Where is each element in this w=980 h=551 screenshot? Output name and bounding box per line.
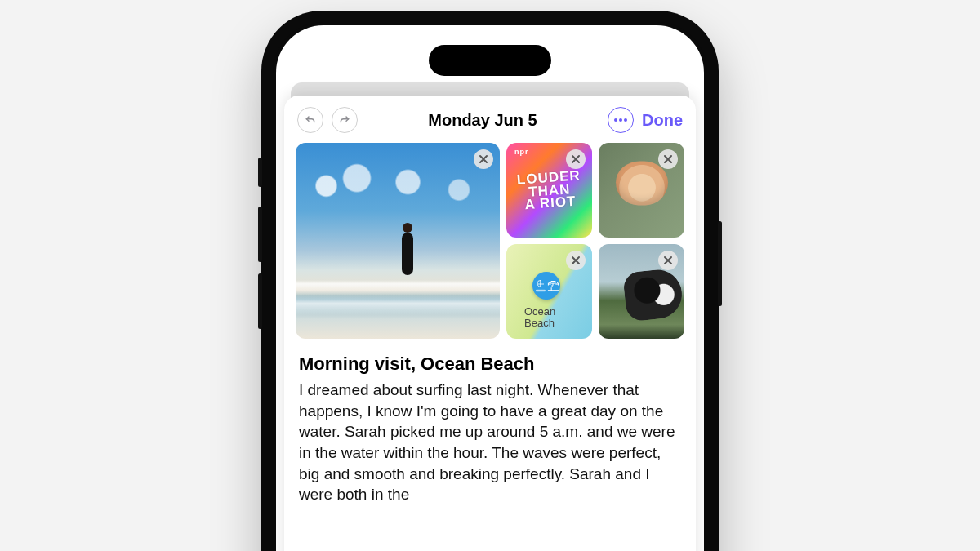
attachments-grid: npr LOUDER THAN A RIOT	[284, 143, 696, 339]
battery-icon	[647, 54, 671, 65]
screen: 9:41 Monday	[276, 25, 704, 551]
status-bar: 9:41	[276, 43, 704, 76]
cellular-icon	[603, 53, 621, 66]
phone-frame: 9:41 Monday	[261, 11, 719, 551]
podcast-title: LOUDER THAN A RIOT	[516, 169, 582, 211]
remove-attachment-button[interactable]	[566, 149, 586, 169]
done-button[interactable]: Done	[642, 111, 683, 130]
remove-attachment-button[interactable]	[474, 149, 493, 169]
status-time: 9:41	[309, 51, 338, 69]
more-button[interactable]	[608, 107, 634, 133]
remove-attachment-button[interactable]	[566, 251, 586, 270]
sheet-title: Monday Jun 5	[366, 111, 599, 130]
entry-body[interactable]: Morning visit, Ocean Beach I dreamed abo…	[284, 339, 696, 505]
svg-point-0	[614, 118, 617, 122]
side-button-silent	[258, 158, 262, 187]
svg-point-1	[619, 118, 622, 122]
redo-button[interactable]	[332, 107, 358, 133]
attachment-podcast[interactable]: npr LOUDER THAN A RIOT	[506, 143, 592, 238]
undo-button[interactable]	[297, 107, 323, 133]
attachment-photo-shell[interactable]	[599, 143, 684, 238]
remove-attachment-button[interactable]	[658, 149, 678, 169]
entry-sheet: Monday Jun 5 Done npr LOU	[284, 96, 696, 551]
wifi-icon	[626, 53, 642, 66]
entry-text[interactable]: I dreamed about surfing last night. When…	[299, 380, 681, 505]
side-button-power	[718, 221, 722, 306]
remove-attachment-button[interactable]	[658, 251, 678, 270]
side-button-volume-down	[258, 273, 262, 329]
attachment-location[interactable]: ⛱ Ocean Beach	[506, 244, 592, 339]
attachment-photo-beach[interactable]	[296, 143, 500, 339]
svg-point-2	[624, 118, 627, 122]
map-location-label: Ocean Beach	[524, 306, 555, 330]
podcast-network-badge: npr	[514, 148, 529, 156]
map-pin-icon: ⛱	[532, 272, 560, 300]
attachment-photo-dog[interactable]	[599, 244, 684, 339]
sheet-toolbar: Monday Jun 5 Done	[284, 96, 696, 143]
entry-title: Morning visit, Ocean Beach	[299, 353, 681, 375]
surfer-figure	[402, 233, 413, 275]
side-button-volume-up	[258, 207, 262, 262]
